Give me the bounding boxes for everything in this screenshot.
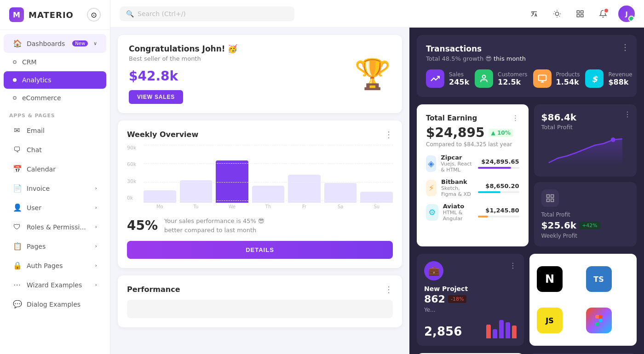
bar-chart: 90k 60k 30k 0k (127, 145, 393, 209)
bar-day-we: We (229, 204, 236, 209)
lock-icon: 🔒 (13, 261, 21, 270)
zipcar-progress (478, 167, 519, 169)
svg-line-3 (554, 11, 555, 11)
nav-item-ecommerce[interactable]: eCommerce (4, 89, 106, 107)
weekly-percentage: 45% (127, 218, 158, 233)
nav-item-dialog[interactable]: 💬 Dialog Examples (4, 295, 106, 314)
topbar-right: J (526, 6, 635, 22)
bar-saturday: Sa (324, 183, 357, 209)
perf-menu-icon[interactable]: ⋮ (385, 285, 393, 294)
nav-item-roles[interactable]: 🛡 Roles & Permissi... › (4, 217, 106, 236)
translate-icon-btn[interactable] (526, 6, 542, 22)
search-bar[interactable]: 🔍 Search (Ctrl+/) (120, 6, 294, 21)
trans-revenue-info: Revenue $88k (608, 71, 632, 86)
weekly-description: Your sales performance is 45% 😎better co… (164, 217, 264, 234)
trans-item-sales: Sales 245k (426, 69, 469, 88)
nav-label-crm: CRM (22, 58, 37, 66)
bar-thursday: Th (252, 186, 285, 209)
wizard-icon: ⋯ (13, 280, 21, 289)
y-label-0k: 0k (127, 195, 140, 201)
nav-label-ecommerce: eCommerce (22, 94, 61, 102)
circle-icon (13, 96, 17, 100)
nav-item-auth[interactable]: 🔒 Auth Pages › (4, 256, 106, 275)
svg-rect-19 (551, 199, 553, 202)
trans-value-revenue: $88k (608, 78, 632, 86)
details-button[interactable]: DETAILS (127, 241, 393, 259)
nav-item-calendar[interactable]: 📅 Calendar (4, 160, 106, 178)
nav-item-wizard[interactable]: ⋯ Wizard Examples › (4, 275, 106, 294)
svg-rect-9 (577, 14, 579, 17)
bar-day-fr: Fr (302, 204, 306, 209)
y-label-90k: 90k (127, 145, 140, 151)
np-sublabel: Ye... (424, 307, 517, 313)
sidebar-circle-icon[interactable]: ⊙ (87, 8, 101, 22)
grid-icon-btn[interactable] (572, 6, 588, 22)
np-menu-icon[interactable]: ⋮ (509, 261, 517, 270)
bar-monday: Mo (144, 190, 176, 209)
nav-item-email[interactable]: ✉ Email (4, 121, 106, 140)
bitbank-tech: Sketch, Figma & XD (441, 185, 473, 197)
wp-amount-row: $25.6k +42% (541, 220, 629, 231)
nav-label-analytics: Analytics (22, 76, 52, 84)
zipcar-amount-col: $24,895.65 (478, 158, 519, 169)
shield-icon: 🛡 (13, 223, 21, 231)
nav-item-analytics[interactable]: Analytics (4, 71, 106, 89)
y-label-60k: 60k (127, 161, 140, 167)
bar-day-sa: Sa (338, 204, 343, 209)
earning-item-bitbank: ⚡ Bitbank Sketch, Figma & XD $8,650.20 (426, 178, 519, 197)
content-left: Congratulations John! 🥳 Best seller of t… (110, 28, 409, 354)
user-avatar[interactable]: J (618, 6, 635, 22)
typescript-logo: TS (586, 266, 612, 292)
profit-chart-menu-icon[interactable]: ⋮ (624, 110, 631, 119)
nav-item-user[interactable]: 👤 User › (4, 198, 106, 217)
topbar: 🔍 Search (Ctrl+/) (110, 0, 644, 28)
content-area: Congratulations John! 🥳 Best seller of t… (110, 28, 644, 354)
np-title: New Project (424, 285, 517, 292)
congrats-amount: $42.8k (129, 69, 237, 84)
profit-chart-label: Total Profit (541, 124, 629, 131)
nav-item-invoice[interactable]: 📄 Invoice › (4, 179, 106, 198)
trans-customers-info: Customers 12.5k (498, 71, 528, 86)
svg-point-15 (610, 137, 615, 142)
np-stats-row: 2,856 (424, 318, 517, 338)
transactions-card: ⋮ Transactions Total 48.5% growth 😎 this… (417, 35, 637, 97)
svg-point-0 (555, 12, 559, 16)
nav-item-pages[interactable]: 📋 Pages › (4, 237, 106, 256)
nav-label-chat: Chat (27, 146, 42, 154)
revenue-icon-box: $ (585, 69, 604, 88)
view-sales-button[interactable]: VIEW SALES (129, 90, 183, 104)
bar-day-mo: Mo (156, 204, 163, 209)
performance-card: Performance ⋮ (118, 275, 402, 327)
javascript-logo: JS (537, 308, 563, 333)
nav-label-dialog: Dialog Examples (27, 301, 80, 308)
figma-logo (586, 308, 612, 333)
bar-th-fill (252, 186, 285, 203)
invoice-icon: 📄 (13, 184, 21, 193)
transactions-subtitle-suffix: this month (494, 55, 526, 62)
brightness-icon-btn[interactable] (549, 6, 565, 22)
perf-card-header: Performance ⋮ (127, 285, 393, 294)
nav-item-crm[interactable]: CRM (4, 53, 106, 71)
zipcar-progress-fill (478, 167, 511, 169)
transactions-menu-icon[interactable]: ⋮ (621, 42, 629, 52)
home-icon: 🏠 (13, 39, 21, 48)
notification-icon-btn[interactable] (595, 6, 611, 22)
earning-menu-icon[interactable]: ⋮ (512, 114, 519, 122)
chevron-right-icon: › (95, 185, 97, 191)
bar-su-fill (360, 192, 393, 203)
zipcar-name: Zipcar (441, 154, 473, 161)
bar-fr-fill (288, 175, 321, 203)
bitbank-name: Bitbank (441, 178, 473, 185)
bitbank-amount: $8,650.20 (478, 183, 519, 189)
weekly-menu-icon[interactable]: ⋮ (385, 130, 393, 139)
nav-item-chat[interactable]: 🗨 Chat (4, 140, 106, 159)
weekly-card-header: Weekly Overview ⋮ (127, 130, 393, 139)
sidebar: M MATERIO ⊙ 🏠 Dashboards New ∨ CRM Analy… (0, 0, 110, 354)
bar-wednesday: We (216, 160, 248, 209)
np-badge: -18% (448, 295, 466, 303)
new-project-card: 💼 ⋮ New Project 862 -18% Ye... 2,856 (417, 254, 524, 346)
nav-item-dashboards[interactable]: 🏠 Dashboards New ∨ (4, 34, 106, 53)
nav-label-invoice: Invoice (27, 185, 50, 192)
bar-tuesday: Tu (180, 180, 213, 209)
bar-sa-fill (324, 183, 357, 203)
